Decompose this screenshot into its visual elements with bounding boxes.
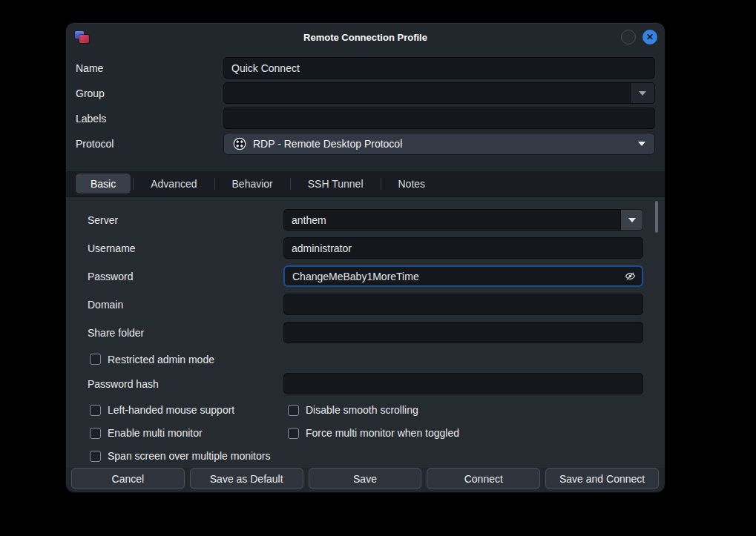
save-as-default-button[interactable]: Save as Default <box>190 468 303 489</box>
left-handed-mouse-checkbox[interactable] <box>90 405 101 416</box>
window-title: Remote Connection Profile <box>66 32 665 43</box>
titlebar[interactable]: Remote Connection Profile ✕ <box>66 23 665 51</box>
password-hash-label: Password hash <box>88 378 283 390</box>
force-multi-monitor-label: Force multi monitor when toggled <box>306 427 459 439</box>
password-label: Password <box>88 271 283 282</box>
remmina-app-icon <box>75 31 90 44</box>
close-icon[interactable]: ✕ <box>642 30 657 44</box>
share-folder-label: Share folder <box>88 327 283 339</box>
domain-input[interactable] <box>283 294 643 315</box>
enable-multi-monitor-checkbox[interactable] <box>90 428 101 439</box>
remote-connection-profile-dialog: Remote Connection Profile ✕ Name Group L… <box>65 22 665 493</box>
restricted-admin-checkbox[interactable] <box>90 354 101 365</box>
span-screen-checkbox[interactable] <box>90 451 101 462</box>
action-button-bar: Cancel Save as Default Save Connect Save… <box>66 468 665 492</box>
name-input[interactable] <box>223 57 655 79</box>
protocol-value: RDP - Remote Desktop Protocol <box>253 138 402 150</box>
password-input[interactable] <box>283 265 643 287</box>
tab-advanced[interactable]: Advanced <box>135 173 212 194</box>
tab-basic[interactable]: Basic <box>75 173 131 194</box>
cancel-button[interactable]: Cancel <box>71 468 185 489</box>
span-screen-label: Span screen over multiple monitors <box>108 450 270 462</box>
enable-multi-monitor-label: Enable multi monitor <box>108 427 203 439</box>
disable-smooth-scrolling-label: Disable smooth scrolling <box>306 404 418 416</box>
connect-button[interactable]: Connect <box>427 468 540 489</box>
labels-label: Labels <box>76 113 223 125</box>
tab-notes[interactable]: Notes <box>383 173 441 194</box>
server-input[interactable] <box>283 209 621 231</box>
save-button[interactable]: Save <box>309 468 422 489</box>
rdp-protocol-icon <box>233 137 246 150</box>
name-label: Name <box>76 62 223 74</box>
protocol-dropdown[interactable]: RDP - Remote Desktop Protocol <box>223 133 655 155</box>
server-combobox[interactable] <box>283 209 643 231</box>
tabbar: Basic Advanced Behavior SSH Tunnel Notes <box>66 170 665 197</box>
username-label: Username <box>88 242 283 254</box>
chevron-down-icon <box>628 218 636 222</box>
save-and-connect-button[interactable]: Save and Connect <box>545 468 659 489</box>
group-label: Group <box>76 87 223 99</box>
server-label: Server <box>88 214 283 226</box>
scrollbar-thumb[interactable] <box>655 201 658 233</box>
chevron-down-icon <box>639 91 646 96</box>
basic-tab-content: Server Username Password <box>66 197 665 468</box>
password-visibility-toggle[interactable] <box>623 270 637 283</box>
share-folder-input[interactable] <box>283 322 643 343</box>
server-dropdown-button[interactable] <box>621 209 643 231</box>
minimize-button[interactable] <box>621 30 636 44</box>
force-multi-monitor-checkbox[interactable] <box>288 428 299 439</box>
tab-ssh-tunnel[interactable]: SSH Tunnel <box>292 173 379 194</box>
profile-header-form: Name Group Labels Protocol RDP - Remote … <box>66 51 665 170</box>
group-dropdown-button[interactable] <box>630 83 654 103</box>
disable-smooth-scrolling-checkbox[interactable] <box>288 405 299 416</box>
chevron-down-icon <box>638 142 645 146</box>
labels-input[interactable] <box>223 107 655 129</box>
domain-label: Domain <box>88 299 283 311</box>
protocol-label: Protocol <box>76 138 223 150</box>
password-hash-input[interactable] <box>283 373 643 394</box>
tab-behavior[interactable]: Behavior <box>217 173 289 194</box>
left-handed-mouse-label: Left-handed mouse support <box>108 404 234 416</box>
group-input[interactable] <box>224 83 630 104</box>
eye-off-icon <box>624 270 637 282</box>
username-input[interactable] <box>283 237 643 259</box>
group-combobox[interactable] <box>223 82 655 104</box>
restricted-admin-label: Restricted admin mode <box>108 354 214 365</box>
